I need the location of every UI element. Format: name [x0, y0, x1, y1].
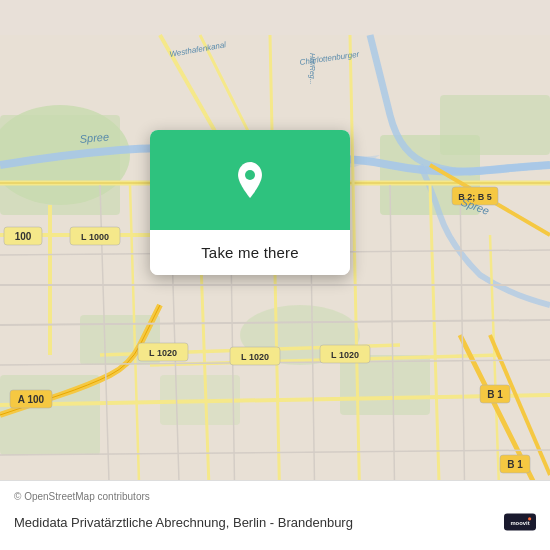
bottom-bar: © OpenStreetMap contributors Medidata Pr… [0, 480, 550, 550]
popup-green-header [150, 130, 350, 230]
take-me-there-button[interactable]: Take me there [150, 230, 350, 275]
svg-point-62 [245, 170, 255, 180]
svg-text:L 1020: L 1020 [241, 352, 269, 362]
svg-text:L 1020: L 1020 [149, 348, 177, 358]
map-container: 100 L 1000 L 1020 L 1020 L 1020 A 100 B … [0, 0, 550, 550]
location-name: Medidata Privatärztliche Abrechnung, Ber… [14, 515, 353, 530]
svg-text:A 100: A 100 [18, 394, 45, 405]
map-background: 100 L 1000 L 1020 L 1020 L 1020 A 100 B … [0, 0, 550, 550]
svg-text:L 1020: L 1020 [331, 350, 359, 360]
svg-text:100: 100 [15, 231, 32, 242]
svg-text:B 1: B 1 [507, 459, 523, 470]
moovit-logo: moovit [504, 506, 536, 538]
location-pin-icon [228, 158, 272, 202]
svg-text:B 1: B 1 [487, 389, 503, 400]
svg-point-65 [528, 517, 531, 520]
svg-text:L 1000: L 1000 [81, 232, 109, 242]
map-attribution: © OpenStreetMap contributors [14, 491, 536, 502]
popup-card: Take me there [150, 130, 350, 275]
moovit-icon: moovit [504, 506, 536, 538]
svg-rect-4 [440, 95, 550, 155]
svg-rect-9 [340, 355, 430, 415]
svg-text:moovit: moovit [510, 520, 529, 526]
svg-text:Hbf/Reg...: Hbf/Reg... [308, 53, 316, 85]
location-info: Medidata Privatärztliche Abrechnung, Ber… [14, 506, 536, 538]
svg-text:Spree: Spree [79, 130, 109, 145]
